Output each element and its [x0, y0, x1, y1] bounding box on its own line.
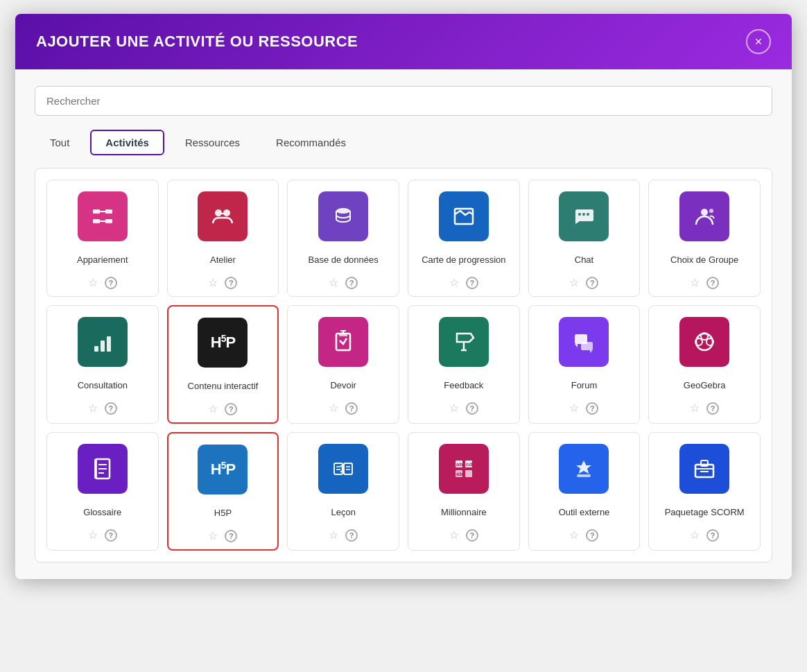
svg-rect-3: [105, 219, 112, 223]
tab-activities[interactable]: Activités: [90, 130, 164, 155]
activity-name-choix-groupe: Choix de Groupe: [670, 248, 738, 270]
activity-card-feedback[interactable]: Feedback☆?: [408, 305, 520, 424]
activity-icon-atelier: [198, 191, 248, 241]
star-icon-consultation[interactable]: ☆: [88, 402, 98, 415]
activity-actions-contenu-interactif: ☆?: [208, 402, 237, 415]
help-icon-base-donnees[interactable]: ?: [345, 277, 358, 289]
activity-grid: Appariement☆?Atelier☆?Base de données☆?C…: [46, 180, 761, 551]
help-icon-devoir[interactable]: ?: [345, 402, 358, 415]
activity-actions-paquetage-scorm: ☆?: [690, 528, 719, 542]
activity-name-feedback: Feedback: [444, 374, 483, 396]
activity-card-consultation[interactable]: Consultation☆?: [46, 305, 159, 424]
activity-card-outil-externe[interactable]: Outil externe☆?: [528, 432, 641, 551]
help-icon-forum[interactable]: ?: [586, 402, 598, 415]
activity-card-devoir[interactable]: Devoir☆?: [287, 305, 399, 424]
activity-name-geogebra: GeoGebra: [684, 374, 726, 396]
activity-name-base-donnees: Base de données: [309, 248, 379, 270]
help-icon-millionnaire[interactable]: ?: [466, 529, 478, 542]
help-icon-carte-progression[interactable]: ?: [466, 277, 478, 289]
activity-card-carte-progression[interactable]: Carte de progression☆?: [408, 180, 520, 297]
activity-name-consultation: Consultation: [78, 374, 128, 396]
activity-actions-appariement: ☆?: [88, 276, 117, 289]
help-icon-chat[interactable]: ?: [586, 277, 598, 289]
activity-name-contenu-interactif: Contenu interactif: [188, 374, 259, 397]
svg-rect-45: [577, 474, 591, 477]
activity-actions-glossaire: ☆?: [88, 528, 117, 542]
help-icon-feedback[interactable]: ?: [466, 402, 478, 415]
star-icon-contenu-interactif[interactable]: ☆: [208, 402, 218, 415]
star-icon-outil-externe[interactable]: ☆: [569, 528, 579, 542]
help-icon-paquetage-scorm[interactable]: ?: [706, 529, 719, 542]
activity-card-h5p[interactable]: H5PH5P☆?: [167, 432, 279, 551]
star-icon-devoir[interactable]: ☆: [329, 402, 338, 415]
help-icon-choix-groupe[interactable]: ?: [706, 277, 719, 289]
activity-icon-glossaire: [78, 444, 128, 494]
svg-point-13: [701, 209, 708, 216]
search-input[interactable]: [35, 86, 772, 116]
star-icon-atelier[interactable]: ☆: [208, 276, 218, 289]
tab-all[interactable]: Tout: [35, 130, 85, 155]
svg-point-10: [578, 213, 581, 216]
activity-card-choix-groupe[interactable]: Choix de Groupe☆?: [648, 180, 761, 297]
tab-resources[interactable]: Ressources: [170, 130, 255, 155]
activity-actions-base-donnees: ☆?: [329, 276, 358, 289]
svg-rect-34: [344, 463, 352, 474]
help-icon-contenu-interactif[interactable]: ?: [225, 403, 237, 415]
svg-rect-21: [581, 342, 593, 350]
activity-actions-forum: ☆?: [569, 402, 598, 415]
star-icon-h5p[interactable]: ☆: [208, 529, 218, 542]
activity-card-geogebra[interactable]: GeoGebra☆?: [648, 305, 761, 424]
tab-recommended[interactable]: Recommandés: [261, 130, 361, 155]
activity-icon-millionnaire: abcdabcd: [439, 444, 489, 494]
close-button[interactable]: ×: [746, 29, 771, 54]
help-icon-glossaire[interactable]: ?: [105, 529, 117, 542]
help-icon-lecon[interactable]: ?: [345, 529, 358, 542]
svg-rect-15: [94, 346, 98, 352]
add-activity-modal: AJOUTER UNE ACTIVITÉ OU RESSOURCE × Tout…: [15, 14, 792, 579]
activity-card-millionnaire[interactable]: abcdabcdMillionnaire☆?: [408, 432, 520, 551]
activity-card-chat[interactable]: Chat☆?: [528, 180, 641, 297]
activity-icon-lecon: [318, 444, 368, 494]
svg-point-14: [709, 209, 713, 213]
star-icon-carte-progression[interactable]: ☆: [449, 276, 459, 289]
star-icon-forum[interactable]: ☆: [569, 402, 579, 415]
help-icon-appariement[interactable]: ?: [105, 277, 117, 289]
help-icon-geogebra[interactable]: ?: [706, 402, 719, 415]
activity-card-paquetage-scorm[interactable]: Paquetage SCORM☆?: [648, 432, 761, 551]
activity-card-base-donnees[interactable]: Base de données☆?: [287, 180, 399, 297]
activity-card-appariement[interactable]: Appariement☆?: [46, 180, 159, 297]
help-icon-outil-externe[interactable]: ?: [586, 529, 598, 542]
star-icon-choix-groupe[interactable]: ☆: [690, 276, 700, 289]
star-icon-base-donnees[interactable]: ☆: [329, 276, 338, 289]
star-icon-feedback[interactable]: ☆: [449, 402, 459, 415]
activity-card-atelier[interactable]: Atelier☆?: [167, 180, 279, 297]
activity-icon-feedback: [439, 317, 489, 367]
activity-name-carte-progression: Carte de progression: [422, 248, 505, 270]
activity-name-appariement: Appariement: [77, 248, 128, 270]
svg-rect-31: [334, 463, 342, 474]
activity-name-h5p: H5P: [214, 501, 232, 524]
activity-icon-base-donnees: [318, 191, 368, 241]
svg-point-8: [336, 208, 350, 214]
star-icon-millionnaire[interactable]: ☆: [449, 528, 459, 542]
svg-text:ab: ab: [456, 471, 462, 477]
activity-name-atelier: Atelier: [210, 248, 236, 270]
star-icon-glossaire[interactable]: ☆: [88, 528, 98, 542]
svg-rect-42: [465, 470, 472, 477]
activity-name-millionnaire: Millionnaire: [441, 501, 487, 523]
help-icon-atelier[interactable]: ?: [225, 277, 237, 289]
star-icon-chat[interactable]: ☆: [569, 276, 579, 289]
activity-icon-consultation: [78, 317, 128, 367]
help-icon-h5p[interactable]: ?: [225, 530, 237, 542]
activity-card-glossaire[interactable]: Glossaire☆?: [46, 432, 159, 551]
help-icon-consultation[interactable]: ?: [105, 402, 117, 415]
activity-card-contenu-interactif[interactable]: H5PContenu interactif☆?: [167, 305, 279, 424]
star-icon-geogebra[interactable]: ☆: [690, 402, 700, 415]
svg-rect-17: [107, 336, 111, 352]
star-icon-lecon[interactable]: ☆: [329, 528, 338, 542]
activity-card-forum[interactable]: Forum☆?: [528, 305, 641, 424]
activity-card-lecon[interactable]: Leçon☆?: [287, 432, 399, 551]
star-icon-paquetage-scorm[interactable]: ☆: [690, 528, 700, 542]
star-icon-appariement[interactable]: ☆: [88, 276, 98, 289]
activity-icon-devoir: [318, 317, 368, 367]
